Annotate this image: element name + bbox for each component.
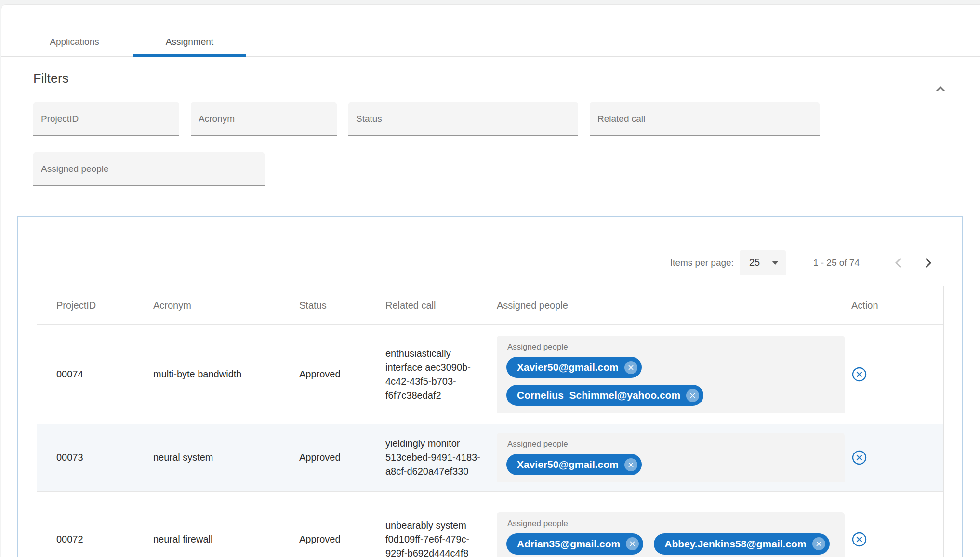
chip-remove-icon[interactable] — [624, 361, 637, 374]
cell-related-call: yieldingly monitor 513cebed-9491-4183-a8… — [385, 437, 497, 479]
chip-remove-icon[interactable] — [686, 389, 699, 402]
cell-acronym: neural system — [153, 452, 299, 463]
cell-related-call: enthusiastically interface aec3090b-4c42… — [385, 347, 497, 402]
chip-list: Xavier50@gmail.com Cornelius_Schimmel@ya… — [506, 357, 835, 406]
cell-acronym: neural firewall — [153, 534, 299, 545]
column-header-related-call: Related call — [385, 298, 497, 312]
assigned-people-field[interactable]: Assigned people Xavier50@gmail.com Corne… — [497, 336, 845, 413]
filter-assigned-people-input[interactable] — [33, 152, 265, 186]
column-header-acronym: Acronym — [153, 300, 299, 311]
results-panel: Items per page: 25 1 - 25 of 74 ProjectI… — [17, 216, 963, 557]
assigned-person-chip: Cornelius_Schimmel@yahoo.com — [506, 385, 703, 406]
chip-label: Cornelius_Schimmel@yahoo.com — [517, 389, 680, 401]
next-page-button[interactable] — [921, 256, 935, 270]
cell-acronym: multi-byte bandwidth — [153, 369, 299, 380]
tab-assignment-label: Assignment — [166, 37, 213, 47]
filters-title: Filters — [33, 71, 980, 86]
filter-related-call-input[interactable] — [590, 102, 820, 136]
cell-action — [850, 450, 943, 466]
remove-assignment-button[interactable] — [851, 366, 867, 382]
assignments-table: ProjectID Acronym Status Related call As… — [37, 286, 944, 557]
cell-assigned-people: Assigned people Xavier50@gmail.com — [497, 433, 850, 482]
tab-applications-label: Applications — [50, 37, 99, 47]
chip-remove-icon[interactable] — [812, 537, 825, 550]
tab-applications[interactable]: Applications — [16, 5, 132, 56]
cell-related-call: unbearably system f0d109ff-7e6f-479c-929… — [385, 518, 497, 557]
cell-status: Approved — [299, 452, 385, 463]
cell-action — [850, 366, 943, 382]
items-per-page-label: Items per page: — [670, 258, 734, 268]
cell-status: Approved — [299, 534, 385, 545]
cell-projectid: 00072 — [37, 534, 153, 545]
tab-assignment[interactable]: Assignment — [132, 5, 247, 56]
assigned-people-field-label: Assigned people — [507, 440, 835, 449]
table-row: 00074 multi-byte bandwidth Approved enth… — [37, 324, 943, 424]
chip-label: Xavier50@gmail.com — [517, 459, 619, 470]
chevron-right-icon — [922, 256, 934, 270]
cell-projectid: 00073 — [37, 452, 153, 463]
chip-remove-icon[interactable] — [626, 537, 639, 550]
page-size-value: 25 — [749, 257, 760, 268]
paginator: Items per page: 25 1 - 25 of 74 — [18, 217, 962, 275]
tab-bar: Applications Assignment — [1, 5, 980, 57]
assigned-person-chip: Xavier50@gmail.com — [506, 357, 642, 378]
page-size-select[interactable]: 25 — [740, 250, 786, 275]
cell-action — [850, 531, 943, 547]
column-header-action: Action — [850, 300, 943, 311]
column-header-status: Status — [299, 300, 385, 311]
assigned-people-field[interactable]: Assigned people Xavier50@gmail.com — [497, 433, 845, 482]
circle-x-icon — [851, 531, 867, 547]
remove-assignment-button[interactable] — [851, 531, 867, 547]
assigned-person-chip: Abbey.Jenkins58@gmail.com — [654, 533, 829, 555]
table-header-row: ProjectID Acronym Status Related call As… — [37, 286, 943, 324]
cell-projectid: 00074 — [37, 369, 153, 380]
assigned-people-field-label: Assigned people — [507, 342, 835, 352]
filter-status-input[interactable] — [348, 102, 578, 136]
assigned-person-chip: Xavier50@gmail.com — [506, 454, 642, 475]
column-header-assigned-people: Assigned people — [497, 300, 850, 311]
filter-fields — [33, 102, 872, 186]
table-row: 00073 neural system Approved yieldingly … — [37, 424, 943, 491]
assigned-people-field-label: Assigned people — [507, 519, 835, 529]
circle-x-icon — [851, 450, 867, 466]
remove-assignment-button[interactable] — [851, 450, 867, 466]
assigned-person-chip: Adrian35@gmail.com — [506, 533, 643, 555]
filters-section: Filters — [1, 71, 980, 186]
cell-assigned-people: Assigned people Adrian35@gmail.com Abbey… — [497, 512, 850, 557]
page-range-label: 1 - 25 of 74 — [813, 258, 860, 268]
chevron-left-icon — [892, 256, 905, 270]
chip-list: Adrian35@gmail.com Abbey.Jenkins58@gmail… — [506, 533, 835, 555]
chip-label: Abbey.Jenkins58@gmail.com — [664, 538, 806, 550]
content-card: Applications Assignment Filters Items pe… — [1, 4, 980, 557]
chip-list: Xavier50@gmail.com — [506, 454, 835, 475]
filters-collapse-button[interactable] — [933, 82, 948, 96]
filter-acronym-input[interactable] — [191, 102, 337, 136]
previous-page-button[interactable] — [891, 256, 906, 270]
chip-label: Xavier50@gmail.com — [517, 362, 619, 373]
circle-x-icon — [851, 366, 867, 382]
table-row: 00072 neural firewall Approved unbearabl… — [37, 491, 943, 557]
cell-status: Approved — [299, 369, 385, 380]
chevron-up-icon — [934, 83, 947, 95]
chip-remove-icon[interactable] — [624, 458, 637, 471]
chip-label: Adrian35@gmail.com — [517, 538, 620, 550]
cell-assigned-people: Assigned people Xavier50@gmail.com Corne… — [497, 336, 850, 413]
filter-projectid-input[interactable] — [33, 102, 179, 136]
caret-down-icon — [772, 261, 779, 265]
assigned-people-field[interactable]: Assigned people Adrian35@gmail.com Abbey… — [497, 512, 845, 557]
column-header-projectid: ProjectID — [37, 300, 153, 311]
